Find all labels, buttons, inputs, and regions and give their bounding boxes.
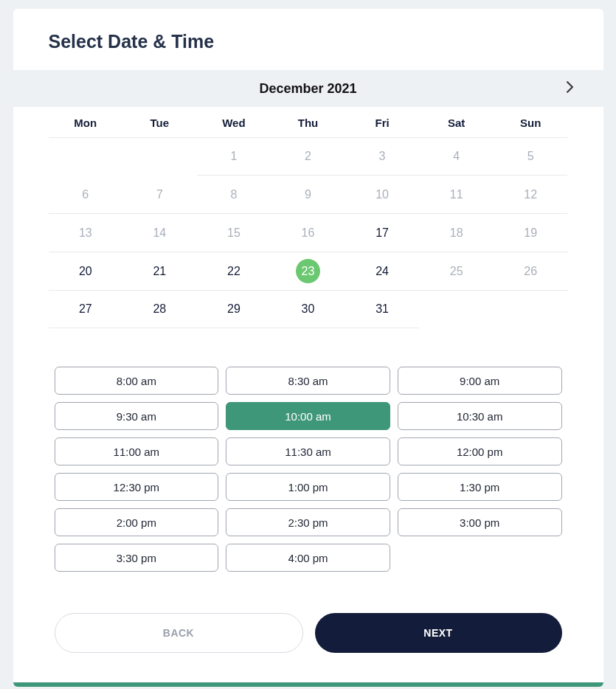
time-slot[interactable]: 10:30 am [398, 402, 562, 430]
calendar-day-number: 27 [79, 302, 92, 316]
calendar-day-number: 31 [376, 302, 389, 316]
calendar-day: 6 [49, 176, 123, 213]
calendar-day-number: 4 [453, 150, 460, 163]
calendar-day-empty [49, 138, 123, 176]
calendar-grid: 1234567891011121314151617181920212223242… [49, 138, 568, 328]
calendar-day-empty [494, 291, 568, 328]
time-slot[interactable]: 2:30 pm [226, 508, 390, 536]
time-slot[interactable]: 9:30 am [55, 402, 219, 430]
time-slot[interactable]: 12:00 pm [398, 437, 562, 465]
calendar-day[interactable]: 17 [345, 214, 420, 252]
calendar-day-number: 16 [302, 226, 315, 240]
calendar-day-number: 13 [79, 226, 92, 240]
time-slot[interactable]: 9:00 am [398, 367, 562, 395]
time-slot-grid: 8:00 am8:30 am9:00 am9:30 am10:00 am10:3… [13, 328, 603, 592]
calendar-day-number: 2 [305, 150, 311, 163]
calendar-row: 12345 [49, 138, 568, 176]
time-slot[interactable]: 11:30 am [226, 437, 390, 465]
calendar-day[interactable]: 21 [122, 252, 197, 290]
time-slot[interactable]: 11:00 am [55, 437, 219, 465]
time-slot[interactable]: 3:30 pm [55, 544, 219, 572]
calendar-day: 26 [494, 252, 568, 290]
calendar-day: 25 [419, 252, 494, 290]
calendar-day-number: 28 [153, 302, 166, 316]
calendar-day: 18 [419, 214, 494, 252]
calendar-day-number: 14 [153, 226, 166, 240]
calendar-day: 14 [122, 214, 197, 252]
weekday-label: Thu [271, 107, 345, 137]
calendar-day[interactable]: 28 [122, 291, 197, 328]
calendar-day-number: 22 [227, 265, 240, 278]
action-row: BACK NEXT [13, 592, 603, 682]
time-slot[interactable]: 1:30 pm [398, 473, 562, 501]
date-time-card: Select Date & Time December 2021 MonTueW… [13, 9, 603, 687]
calendar-day: 3 [345, 138, 420, 176]
chevron-right-icon [567, 81, 573, 96]
calendar-day: 5 [494, 138, 568, 176]
calendar: MonTueWedThuFriSatSun 123456789101112131… [13, 107, 603, 328]
calendar-day-empty [419, 291, 494, 328]
calendar-day-number: 5 [527, 150, 534, 163]
weekday-label: Sun [494, 107, 568, 137]
calendar-day: 11 [419, 176, 494, 213]
calendar-day[interactable]: 22 [197, 252, 271, 290]
back-button[interactable]: BACK [55, 613, 303, 653]
calendar-day-empty [122, 138, 197, 176]
time-slot[interactable]: 1:00 pm [226, 473, 390, 501]
calendar-day-number: 6 [82, 188, 89, 201]
time-slot[interactable]: 12:30 pm [55, 473, 219, 501]
calendar-day[interactable]: 24 [345, 252, 420, 290]
calendar-day[interactable]: 27 [49, 291, 123, 328]
calendar-day-number: 26 [524, 265, 537, 278]
calendar-day: 9 [271, 176, 345, 213]
calendar-day: 1 [197, 138, 271, 176]
calendar-day: 12 [494, 176, 568, 213]
calendar-day-number: 21 [153, 265, 166, 278]
calendar-day[interactable]: 31 [345, 291, 420, 328]
calendar-day-number: 17 [376, 226, 389, 240]
calendar-day: 8 [197, 176, 271, 213]
month-navigation: December 2021 [13, 70, 603, 107]
page-title: Select Date & Time [13, 9, 603, 70]
calendar-day-number: 23 [296, 259, 320, 283]
calendar-day-number: 18 [450, 226, 463, 240]
month-label: December 2021 [259, 81, 356, 97]
time-slot[interactable]: 3:00 pm [398, 508, 562, 536]
calendar-day-number: 10 [376, 188, 389, 201]
calendar-day: 16 [271, 214, 345, 252]
calendar-day-number: 20 [79, 265, 92, 278]
calendar-day: 4 [419, 138, 494, 176]
calendar-day-number: 1 [230, 150, 237, 163]
calendar-day-number: 8 [230, 188, 237, 201]
calendar-row: 20212223242526 [49, 252, 568, 291]
calendar-day: 13 [49, 214, 123, 252]
calendar-day-number: 11 [450, 188, 463, 201]
calendar-day[interactable]: 23 [271, 252, 345, 290]
weekday-label: Sat [419, 107, 494, 137]
calendar-day[interactable]: 20 [49, 252, 123, 290]
weekday-label: Tue [122, 107, 197, 137]
time-slot[interactable]: 8:00 am [55, 367, 219, 395]
calendar-day-number: 3 [379, 150, 386, 163]
weekday-label: Fri [345, 107, 420, 137]
calendar-day-number: 15 [227, 226, 240, 240]
calendar-day: 15 [197, 214, 271, 252]
calendar-day-number: 12 [524, 188, 537, 201]
calendar-day: 19 [494, 214, 568, 252]
weekday-label: Wed [197, 107, 271, 137]
time-slot[interactable]: 10:00 am [226, 402, 390, 430]
calendar-row: 13141516171819 [49, 214, 568, 252]
calendar-day[interactable]: 29 [197, 291, 271, 328]
calendar-day-number: 29 [227, 302, 240, 316]
calendar-day-number: 25 [450, 265, 463, 278]
calendar-day: 2 [271, 138, 345, 176]
calendar-day-number: 9 [305, 188, 311, 201]
calendar-day[interactable]: 30 [271, 291, 345, 328]
calendar-day-number: 19 [524, 226, 537, 240]
time-slot[interactable]: 4:00 pm [226, 544, 390, 572]
next-button[interactable]: NEXT [315, 613, 562, 653]
time-slot[interactable]: 8:30 am [226, 367, 390, 395]
time-slot[interactable]: 2:00 pm [55, 508, 219, 536]
next-month-button[interactable] [559, 77, 581, 100]
calendar-day-number: 30 [302, 302, 315, 316]
